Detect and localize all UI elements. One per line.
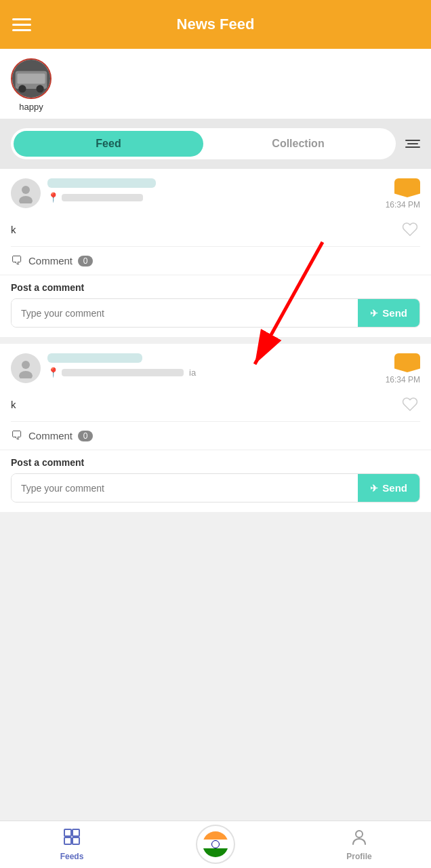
svg-rect-12 (73, 829, 79, 836)
comment-row-1: 🗨 Comment 0 (0, 247, 431, 275)
stories-row: happy (0, 49, 431, 119)
post-avatar-2 (11, 353, 41, 383)
flag-mid (203, 840, 228, 848)
feeds-label: Feeds (60, 852, 84, 861)
story-avatar (11, 58, 52, 99)
like-button-2[interactable] (400, 394, 420, 414)
send-icon-2: ✈ (370, 483, 378, 494)
profile-label: Profile (346, 852, 371, 861)
svg-rect-13 (64, 837, 71, 844)
post-meta-1: 📍 (47, 178, 379, 203)
post-badge-1 (394, 178, 420, 197)
send-button-1[interactable]: ✈ Send (358, 299, 419, 327)
post-content-1: k (0, 215, 431, 246)
post-right-2: 16:34 PM (386, 353, 420, 384)
nav-feeds[interactable]: Feeds (0, 828, 144, 861)
menu-button[interactable] (12, 18, 31, 31)
location-pin-icon-2: 📍 (47, 367, 59, 378)
send-button-2[interactable]: ✈ Send (358, 474, 419, 502)
post-loc-blur-1 (62, 194, 143, 201)
svg-rect-11 (64, 829, 71, 836)
post-loc-extra: ia (189, 368, 196, 378)
post-meta-2: 📍 ia (47, 353, 379, 378)
ashoka-wheel (211, 840, 220, 848)
tab-feed[interactable]: Feed (14, 131, 203, 157)
svg-point-10 (19, 371, 33, 378)
tab-collection[interactable]: Collection (203, 131, 393, 157)
post-time-1: 16:34 PM (386, 200, 420, 210)
post-text-2: k (11, 399, 16, 410)
comment-label-2: Comment (28, 430, 73, 441)
filter-button[interactable] (405, 140, 420, 148)
post-card-1: 📍 16:34 PM k 🗨 Comment 0 Pos (0, 169, 431, 337)
post-comment-label-2: Post a comment (11, 457, 420, 468)
post-name-blur-1 (47, 178, 156, 188)
post-content-2: k (0, 390, 431, 421)
location-pin-icon-1: 📍 (47, 192, 59, 203)
post-card-2: 📍 ia 16:34 PM k 🗨 Comment 0 (0, 344, 431, 512)
india-flag-icon (203, 831, 228, 857)
svg-point-4 (36, 85, 43, 92)
post-location-1: 📍 (47, 192, 379, 203)
comment-input-row-1: ✈ Send (11, 298, 420, 328)
post-badge-2 (394, 353, 420, 372)
profile-icon (350, 828, 368, 850)
story-name: happy (19, 102, 43, 112)
header-title: News Feed (177, 16, 255, 33)
comment-input-1[interactable] (12, 299, 358, 327)
comment-icon-1: 🗨 (11, 254, 23, 268)
post-time-2: 16:34 PM (386, 375, 420, 384)
svg-rect-2 (17, 74, 45, 84)
comment-icon-2: 🗨 (11, 429, 23, 443)
svg-point-9 (22, 361, 30, 369)
post-comment-label-1: Post a comment (11, 282, 420, 293)
post-avatar-1 (11, 178, 41, 208)
story-item[interactable]: happy (11, 58, 52, 112)
center-bubble (197, 826, 234, 863)
tab-group: Feed Collection (11, 128, 396, 159)
filter-line-3 (405, 146, 420, 148)
post-comment-section-2: Post a comment ✈ Send (0, 450, 431, 512)
post-header-2: 📍 ia 16:34 PM (0, 344, 431, 390)
post-header-1: 📍 16:34 PM (0, 169, 431, 215)
send-icon-1: ✈ (370, 308, 378, 319)
filter-line-1 (405, 140, 420, 141)
filter-line-2 (407, 143, 418, 144)
like-button-1[interactable] (400, 219, 420, 239)
post-loc-blur-2 (62, 369, 184, 376)
comment-count-2: 0 (78, 431, 93, 441)
post-comment-section-1: Post a comment ✈ Send (0, 275, 431, 337)
send-label-1: Send (382, 307, 407, 319)
comment-row-2: 🗨 Comment 0 (0, 422, 431, 450)
feeds-icon (63, 828, 81, 850)
comment-label-1: Comment (28, 255, 73, 267)
send-label-2: Send (382, 482, 407, 494)
svg-point-6 (19, 196, 33, 203)
post-name-blur-2 (47, 353, 142, 363)
svg-point-15 (356, 831, 363, 837)
tab-section: Feed Collection (0, 119, 431, 169)
post-text-1: k (11, 224, 16, 235)
comment-input-row-2: ✈ Send (11, 473, 420, 502)
nav-center[interactable] (144, 826, 287, 864)
flag-bot (203, 848, 228, 857)
nav-profile[interactable]: Profile (287, 828, 431, 861)
svg-rect-14 (73, 837, 79, 844)
bottom-nav: Feeds Profile (0, 821, 431, 868)
comment-count-1: 0 (78, 256, 93, 267)
flag-top (203, 831, 228, 840)
post-location-2: 📍 ia (47, 367, 379, 378)
svg-point-5 (22, 186, 30, 194)
main-content: happy Feed Collection 📍 (0, 49, 431, 573)
comment-input-2[interactable] (12, 474, 358, 502)
svg-point-3 (18, 85, 26, 92)
app-header: News Feed (0, 0, 431, 49)
post-right-1: 16:34 PM (386, 178, 420, 210)
